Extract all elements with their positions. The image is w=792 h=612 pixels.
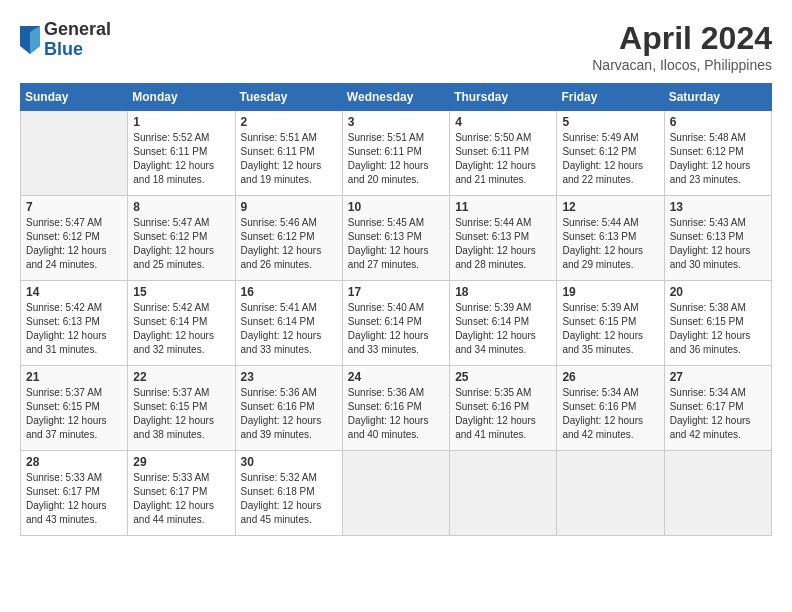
day-number: 22: [133, 370, 229, 384]
calendar-cell: 26Sunrise: 5:34 AMSunset: 6:16 PMDayligh…: [557, 366, 664, 451]
calendar-cell: 25Sunrise: 5:35 AMSunset: 6:16 PMDayligh…: [450, 366, 557, 451]
weekday-header-wednesday: Wednesday: [342, 84, 449, 111]
calendar-cell: 21Sunrise: 5:37 AMSunset: 6:15 PMDayligh…: [21, 366, 128, 451]
calendar-cell: 16Sunrise: 5:41 AMSunset: 6:14 PMDayligh…: [235, 281, 342, 366]
day-info: Sunrise: 5:36 AMSunset: 6:16 PMDaylight:…: [241, 386, 337, 442]
day-info: Sunrise: 5:51 AMSunset: 6:11 PMDaylight:…: [241, 131, 337, 187]
calendar-cell: 2Sunrise: 5:51 AMSunset: 6:11 PMDaylight…: [235, 111, 342, 196]
day-number: 21: [26, 370, 122, 384]
weekday-header-row: SundayMondayTuesdayWednesdayThursdayFrid…: [21, 84, 772, 111]
day-number: 29: [133, 455, 229, 469]
calendar-cell: 27Sunrise: 5:34 AMSunset: 6:17 PMDayligh…: [664, 366, 771, 451]
day-number: 7: [26, 200, 122, 214]
day-info: Sunrise: 5:35 AMSunset: 6:16 PMDaylight:…: [455, 386, 551, 442]
day-number: 26: [562, 370, 658, 384]
calendar-cell: 30Sunrise: 5:32 AMSunset: 6:18 PMDayligh…: [235, 451, 342, 536]
day-info: Sunrise: 5:43 AMSunset: 6:13 PMDaylight:…: [670, 216, 766, 272]
day-info: Sunrise: 5:38 AMSunset: 6:15 PMDaylight:…: [670, 301, 766, 357]
day-info: Sunrise: 5:47 AMSunset: 6:12 PMDaylight:…: [133, 216, 229, 272]
day-info: Sunrise: 5:33 AMSunset: 6:17 PMDaylight:…: [133, 471, 229, 527]
day-number: 3: [348, 115, 444, 129]
day-info: Sunrise: 5:45 AMSunset: 6:13 PMDaylight:…: [348, 216, 444, 272]
calendar-cell: 8Sunrise: 5:47 AMSunset: 6:12 PMDaylight…: [128, 196, 235, 281]
logo-blue-text: Blue: [44, 40, 111, 60]
weekday-header-sunday: Sunday: [21, 84, 128, 111]
page-header: General Blue April 2024 Narvacan, Ilocos…: [20, 20, 772, 73]
calendar-cell: [664, 451, 771, 536]
calendar-cell: 7Sunrise: 5:47 AMSunset: 6:12 PMDaylight…: [21, 196, 128, 281]
calendar-cell: 23Sunrise: 5:36 AMSunset: 6:16 PMDayligh…: [235, 366, 342, 451]
day-number: 10: [348, 200, 444, 214]
calendar-cell: 9Sunrise: 5:46 AMSunset: 6:12 PMDaylight…: [235, 196, 342, 281]
calendar-week-row: 21Sunrise: 5:37 AMSunset: 6:15 PMDayligh…: [21, 366, 772, 451]
day-info: Sunrise: 5:39 AMSunset: 6:14 PMDaylight:…: [455, 301, 551, 357]
day-info: Sunrise: 5:36 AMSunset: 6:16 PMDaylight:…: [348, 386, 444, 442]
day-info: Sunrise: 5:50 AMSunset: 6:11 PMDaylight:…: [455, 131, 551, 187]
day-number: 8: [133, 200, 229, 214]
calendar-cell: 10Sunrise: 5:45 AMSunset: 6:13 PMDayligh…: [342, 196, 449, 281]
logo-general-text: General: [44, 20, 111, 40]
calendar-cell: 13Sunrise: 5:43 AMSunset: 6:13 PMDayligh…: [664, 196, 771, 281]
weekday-header-saturday: Saturday: [664, 84, 771, 111]
calendar-cell: 15Sunrise: 5:42 AMSunset: 6:14 PMDayligh…: [128, 281, 235, 366]
calendar-cell: 5Sunrise: 5:49 AMSunset: 6:12 PMDaylight…: [557, 111, 664, 196]
month-title: April 2024: [592, 20, 772, 57]
day-info: Sunrise: 5:34 AMSunset: 6:16 PMDaylight:…: [562, 386, 658, 442]
weekday-header-thursday: Thursday: [450, 84, 557, 111]
day-info: Sunrise: 5:33 AMSunset: 6:17 PMDaylight:…: [26, 471, 122, 527]
day-info: Sunrise: 5:47 AMSunset: 6:12 PMDaylight:…: [26, 216, 122, 272]
day-number: 24: [348, 370, 444, 384]
calendar-week-row: 14Sunrise: 5:42 AMSunset: 6:13 PMDayligh…: [21, 281, 772, 366]
day-info: Sunrise: 5:48 AMSunset: 6:12 PMDaylight:…: [670, 131, 766, 187]
calendar-cell: 19Sunrise: 5:39 AMSunset: 6:15 PMDayligh…: [557, 281, 664, 366]
calendar-cell: 1Sunrise: 5:52 AMSunset: 6:11 PMDaylight…: [128, 111, 235, 196]
day-number: 20: [670, 285, 766, 299]
day-number: 4: [455, 115, 551, 129]
day-number: 13: [670, 200, 766, 214]
logo: General Blue: [20, 20, 111, 60]
day-number: 14: [26, 285, 122, 299]
day-number: 5: [562, 115, 658, 129]
day-number: 16: [241, 285, 337, 299]
calendar-cell: 11Sunrise: 5:44 AMSunset: 6:13 PMDayligh…: [450, 196, 557, 281]
calendar-cell: 4Sunrise: 5:50 AMSunset: 6:11 PMDaylight…: [450, 111, 557, 196]
day-info: Sunrise: 5:42 AMSunset: 6:14 PMDaylight:…: [133, 301, 229, 357]
day-info: Sunrise: 5:37 AMSunset: 6:15 PMDaylight:…: [26, 386, 122, 442]
calendar-cell: [450, 451, 557, 536]
day-number: 17: [348, 285, 444, 299]
calendar-cell: 18Sunrise: 5:39 AMSunset: 6:14 PMDayligh…: [450, 281, 557, 366]
day-number: 12: [562, 200, 658, 214]
day-info: Sunrise: 5:41 AMSunset: 6:14 PMDaylight:…: [241, 301, 337, 357]
day-number: 23: [241, 370, 337, 384]
day-info: Sunrise: 5:40 AMSunset: 6:14 PMDaylight:…: [348, 301, 444, 357]
day-number: 15: [133, 285, 229, 299]
calendar-cell: 12Sunrise: 5:44 AMSunset: 6:13 PMDayligh…: [557, 196, 664, 281]
day-info: Sunrise: 5:51 AMSunset: 6:11 PMDaylight:…: [348, 131, 444, 187]
day-info: Sunrise: 5:44 AMSunset: 6:13 PMDaylight:…: [562, 216, 658, 272]
day-number: 9: [241, 200, 337, 214]
day-number: 28: [26, 455, 122, 469]
calendar-week-row: 1Sunrise: 5:52 AMSunset: 6:11 PMDaylight…: [21, 111, 772, 196]
day-info: Sunrise: 5:32 AMSunset: 6:18 PMDaylight:…: [241, 471, 337, 527]
day-number: 19: [562, 285, 658, 299]
calendar-cell: 28Sunrise: 5:33 AMSunset: 6:17 PMDayligh…: [21, 451, 128, 536]
day-number: 11: [455, 200, 551, 214]
day-number: 2: [241, 115, 337, 129]
day-number: 1: [133, 115, 229, 129]
calendar-cell: 6Sunrise: 5:48 AMSunset: 6:12 PMDaylight…: [664, 111, 771, 196]
calendar-cell: 3Sunrise: 5:51 AMSunset: 6:11 PMDaylight…: [342, 111, 449, 196]
day-info: Sunrise: 5:34 AMSunset: 6:17 PMDaylight:…: [670, 386, 766, 442]
calendar-cell: 17Sunrise: 5:40 AMSunset: 6:14 PMDayligh…: [342, 281, 449, 366]
weekday-header-friday: Friday: [557, 84, 664, 111]
day-number: 25: [455, 370, 551, 384]
calendar-cell: 14Sunrise: 5:42 AMSunset: 6:13 PMDayligh…: [21, 281, 128, 366]
day-info: Sunrise: 5:42 AMSunset: 6:13 PMDaylight:…: [26, 301, 122, 357]
day-number: 27: [670, 370, 766, 384]
calendar-cell: [21, 111, 128, 196]
location: Narvacan, Ilocos, Philippines: [592, 57, 772, 73]
day-number: 30: [241, 455, 337, 469]
day-info: Sunrise: 5:52 AMSunset: 6:11 PMDaylight:…: [133, 131, 229, 187]
calendar-cell: [342, 451, 449, 536]
day-number: 18: [455, 285, 551, 299]
day-info: Sunrise: 5:49 AMSunset: 6:12 PMDaylight:…: [562, 131, 658, 187]
